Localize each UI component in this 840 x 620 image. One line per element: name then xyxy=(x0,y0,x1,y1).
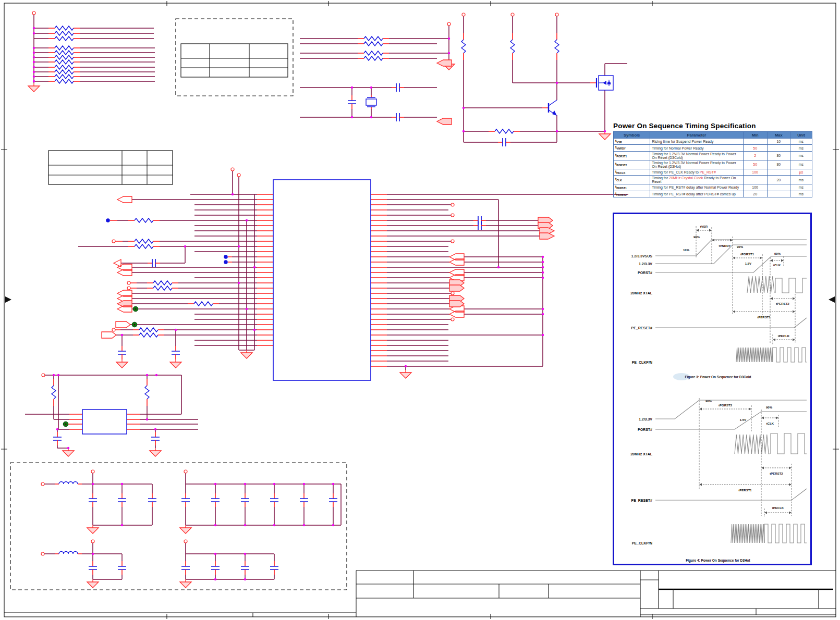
fig4-ann-1v5: 1.5V xyxy=(740,418,746,421)
fig4-signal-xtal: 20MHz XTAL xyxy=(630,452,653,456)
fig4-signal-v: 1.2/3.3V xyxy=(639,417,652,421)
fig3-waveforms xyxy=(655,240,807,362)
col-min: Min xyxy=(743,132,767,139)
spec-header-row: Symbols Parameter Min Max Unit xyxy=(614,132,812,139)
fig4-signal-perst: PE_RESET# xyxy=(631,499,653,502)
spec-row: tPORST1Timing for 1.2V/3.3V Normal Power… xyxy=(614,151,812,160)
fig3-signal-v: 1.2/3.3V xyxy=(639,262,652,266)
fig4-ann-tporst2: tPORST2 xyxy=(719,404,733,407)
spec-row: tVSRRising time for Suspend Power Ready1… xyxy=(614,139,812,145)
fig4-signal-peclk: PE_CLKP/N xyxy=(632,541,652,545)
fig4-signal-porst: PORST# xyxy=(638,428,652,431)
fig3-signal-vsus: 1.2/3.3VSUS xyxy=(631,254,653,258)
fig3-ann-tvnrdy: tVNRDY xyxy=(719,244,731,247)
fig3-power-on-d3cold: 1.2/3.3VSUS 1.2/3.3V PORST# 20MHz XTAL P… xyxy=(615,215,810,380)
fig3-measure-arrows xyxy=(696,226,795,345)
spec-row: tPORST2Timing for 1.2V/3.3V Normal Power… xyxy=(614,160,812,169)
fig3-ann-1v5: 1.5V xyxy=(745,262,751,265)
spec-title: Power On Sequence Timing Specification xyxy=(613,122,812,130)
fig4-ann-tclk: tCLK xyxy=(766,422,774,425)
fig4-caption: Figure 4: Power On Sequence for D3Hot xyxy=(686,559,750,563)
fig4-ann-tperst1: tPERST1 xyxy=(738,489,752,492)
power-on-sequence-spec: Power On Sequence Timing Specification S… xyxy=(613,122,812,197)
fig3-signal-xtal: 20MHz XTAL xyxy=(630,291,653,295)
fig3-ann-tpeclk: tPECLK xyxy=(778,334,790,338)
fig4-ann-tpeclk: tPECLK xyxy=(772,506,784,510)
fig4-measure-arrows xyxy=(699,398,792,517)
col-unit: Unit xyxy=(790,132,812,139)
spec-row: tPERST1Timing for PE_RST# delay after No… xyxy=(614,184,812,191)
fig3-signal-porst: PORST# xyxy=(638,271,652,275)
fig3-signal-peclk: PE_CLKP/N xyxy=(632,361,652,364)
fig3-ann-90pct-c: 90% xyxy=(774,252,781,255)
fig3-caption: Figure 3: Power On Sequence for D3Cold xyxy=(685,375,751,379)
fig4-ann-tperst2: tPERST2 xyxy=(770,472,783,475)
col-parameter: Parameter xyxy=(650,132,743,139)
fig4-waveforms xyxy=(655,400,807,543)
spec-row: tCLKTiming for 20MHz Crystal Clock Ready… xyxy=(614,176,812,184)
components xyxy=(28,26,613,588)
timing-figures-box: 1.2/3.3VSUS 1.2/3.3V PORST# 20MHz XTAL P… xyxy=(613,213,812,565)
fig3-ann-10pct: 10% xyxy=(683,249,690,252)
fig3-ann-tporst1: tPORST1 xyxy=(740,253,754,256)
fig4-ann-90pct-b: 90% xyxy=(766,406,773,409)
spec-row: tPERST2Timing for PE_RST# delay after PO… xyxy=(614,191,812,197)
fig4-ann-90pct-a: 90% xyxy=(705,400,712,403)
fig3-ann-tvsr: tVSR xyxy=(700,225,708,228)
spec-row: tVNRDYTiming for Normal Power Ready50ms xyxy=(614,145,812,151)
fig3-signal-perst: PE_RESET# xyxy=(631,326,653,330)
fig3-ann-90pct-a: 90% xyxy=(693,235,700,239)
fig3-ann-tperst2: tPERST2 xyxy=(776,302,789,305)
col-symbols: Symbols xyxy=(614,132,650,139)
fig3-ann-tclk: tCLK xyxy=(773,264,781,267)
spec-table: Symbols Parameter Min Max Unit tVSRRisin… xyxy=(613,131,812,197)
fig3-ann-tperst1: tPERST1 xyxy=(757,316,771,319)
fig3-ann-90pct-b: 90% xyxy=(737,245,744,249)
col-max: Max xyxy=(767,132,790,139)
fig4-power-on-d3hot: 1.2/3.3V PORST# 20MHz XTAL PE_RESET# PE_… xyxy=(615,386,810,564)
spec-row: tPECLKTiming for PE_CLK Ready to PE_RST#… xyxy=(614,169,812,175)
